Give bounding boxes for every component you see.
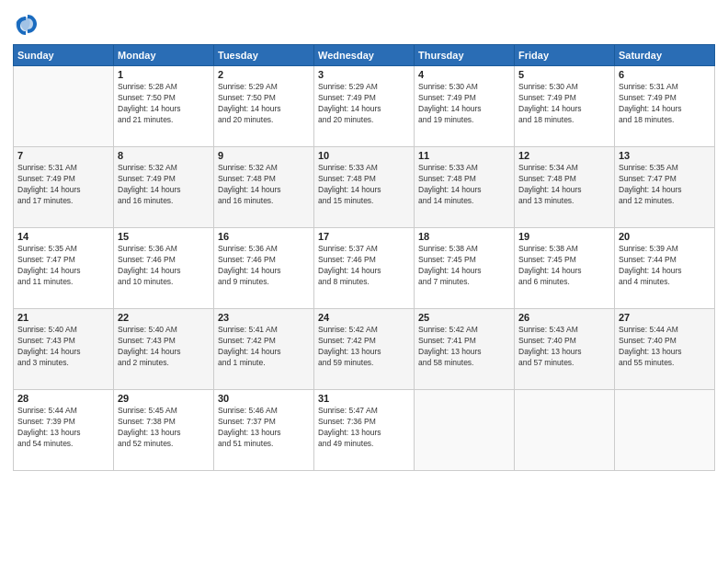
day-number: 18 — [418, 231, 510, 242]
day-number: 30 — [218, 393, 310, 404]
day-number: 12 — [518, 150, 610, 161]
day-info: Sunrise: 5:42 AMSunset: 7:42 PMDaylight:… — [318, 325, 410, 369]
day-number: 2 — [218, 69, 310, 80]
day-info: Sunrise: 5:32 AMSunset: 7:49 PMDaylight:… — [118, 163, 210, 207]
calendar-cell: 2Sunrise: 5:29 AMSunset: 7:50 PMDaylight… — [214, 66, 314, 147]
calendar-cell: 7Sunrise: 5:31 AMSunset: 7:49 PMDaylight… — [14, 147, 114, 228]
day-info: Sunrise: 5:36 AMSunset: 7:46 PMDaylight:… — [218, 244, 310, 288]
calendar-cell: 16Sunrise: 5:36 AMSunset: 7:46 PMDayligh… — [214, 228, 314, 309]
calendar-cell: 22Sunrise: 5:40 AMSunset: 7:43 PMDayligh… — [114, 309, 214, 390]
calendar-cell: 13Sunrise: 5:35 AMSunset: 7:47 PMDayligh… — [615, 147, 715, 228]
day-info: Sunrise: 5:31 AMSunset: 7:49 PMDaylight:… — [17, 163, 109, 207]
day-info: Sunrise: 5:30 AMSunset: 7:49 PMDaylight:… — [518, 82, 610, 126]
day-info: Sunrise: 5:37 AMSunset: 7:46 PMDaylight:… — [318, 244, 410, 288]
day-info: Sunrise: 5:29 AMSunset: 7:49 PMDaylight:… — [318, 82, 410, 126]
day-number: 31 — [318, 393, 410, 404]
calendar-cell — [615, 390, 715, 471]
calendar-cell: 5Sunrise: 5:30 AMSunset: 7:49 PMDaylight… — [515, 66, 615, 147]
day-info: Sunrise: 5:28 AMSunset: 7:50 PMDaylight:… — [118, 82, 210, 126]
logo-icon — [13, 11, 39, 37]
col-header-wednesday: Wednesday — [314, 45, 415, 66]
calendar-row: 28Sunrise: 5:44 AMSunset: 7:39 PMDayligh… — [14, 390, 715, 471]
col-header-thursday: Thursday — [415, 45, 515, 66]
calendar-cell: 27Sunrise: 5:44 AMSunset: 7:40 PMDayligh… — [615, 309, 715, 390]
header — [13, 11, 715, 37]
day-info: Sunrise: 5:45 AMSunset: 7:38 PMDaylight:… — [118, 406, 210, 450]
day-number: 19 — [518, 231, 610, 242]
day-info: Sunrise: 5:40 AMSunset: 7:43 PMDaylight:… — [17, 325, 109, 369]
calendar-cell: 17Sunrise: 5:37 AMSunset: 7:46 PMDayligh… — [314, 228, 415, 309]
calendar-cell: 10Sunrise: 5:33 AMSunset: 7:48 PMDayligh… — [314, 147, 415, 228]
day-number: 22 — [118, 312, 210, 323]
calendar-cell: 1Sunrise: 5:28 AMSunset: 7:50 PMDaylight… — [114, 66, 214, 147]
day-number: 16 — [218, 231, 310, 242]
day-info: Sunrise: 5:33 AMSunset: 7:48 PMDaylight:… — [418, 163, 510, 207]
calendar-cell — [14, 66, 114, 147]
day-info: Sunrise: 5:43 AMSunset: 7:40 PMDaylight:… — [518, 325, 610, 369]
col-header-tuesday: Tuesday — [214, 45, 314, 66]
calendar-row: 1Sunrise: 5:28 AMSunset: 7:50 PMDaylight… — [14, 66, 715, 147]
calendar-cell — [515, 390, 615, 471]
day-number: 26 — [518, 312, 610, 323]
day-number: 4 — [418, 69, 510, 80]
day-number: 11 — [418, 150, 510, 161]
calendar-cell: 15Sunrise: 5:36 AMSunset: 7:46 PMDayligh… — [114, 228, 214, 309]
calendar-cell: 8Sunrise: 5:32 AMSunset: 7:49 PMDaylight… — [114, 147, 214, 228]
day-number: 24 — [318, 312, 410, 323]
day-number: 10 — [318, 150, 410, 161]
calendar-cell: 4Sunrise: 5:30 AMSunset: 7:49 PMDaylight… — [415, 66, 515, 147]
day-info: Sunrise: 5:39 AMSunset: 7:44 PMDaylight:… — [619, 244, 711, 288]
day-info: Sunrise: 5:44 AMSunset: 7:40 PMDaylight:… — [619, 325, 711, 369]
day-info: Sunrise: 5:46 AMSunset: 7:37 PMDaylight:… — [218, 406, 310, 450]
day-number: 1 — [118, 69, 210, 80]
day-number: 14 — [17, 231, 109, 242]
calendar-cell: 26Sunrise: 5:43 AMSunset: 7:40 PMDayligh… — [515, 309, 615, 390]
day-number: 21 — [17, 312, 109, 323]
day-info: Sunrise: 5:38 AMSunset: 7:45 PMDaylight:… — [418, 244, 510, 288]
col-header-friday: Friday — [515, 45, 615, 66]
day-number: 15 — [118, 231, 210, 242]
day-info: Sunrise: 5:47 AMSunset: 7:36 PMDaylight:… — [318, 406, 410, 450]
day-number: 6 — [619, 69, 711, 80]
day-info: Sunrise: 5:35 AMSunset: 7:47 PMDaylight:… — [17, 244, 109, 288]
calendar-cell: 23Sunrise: 5:41 AMSunset: 7:42 PMDayligh… — [214, 309, 314, 390]
calendar-cell: 12Sunrise: 5:34 AMSunset: 7:48 PMDayligh… — [515, 147, 615, 228]
day-number: 9 — [218, 150, 310, 161]
calendar-cell: 28Sunrise: 5:44 AMSunset: 7:39 PMDayligh… — [14, 390, 114, 471]
calendar-cell: 11Sunrise: 5:33 AMSunset: 7:48 PMDayligh… — [415, 147, 515, 228]
day-number: 20 — [619, 231, 711, 242]
day-number: 29 — [118, 393, 210, 404]
day-info: Sunrise: 5:41 AMSunset: 7:42 PMDaylight:… — [218, 325, 310, 369]
day-info: Sunrise: 5:29 AMSunset: 7:50 PMDaylight:… — [218, 82, 310, 126]
calendar-cell: 31Sunrise: 5:47 AMSunset: 7:36 PMDayligh… — [314, 390, 415, 471]
calendar-cell — [415, 390, 515, 471]
calendar-cell: 6Sunrise: 5:31 AMSunset: 7:49 PMDaylight… — [615, 66, 715, 147]
calendar-row: 14Sunrise: 5:35 AMSunset: 7:47 PMDayligh… — [14, 228, 715, 309]
calendar-cell: 30Sunrise: 5:46 AMSunset: 7:37 PMDayligh… — [214, 390, 314, 471]
day-info: Sunrise: 5:34 AMSunset: 7:48 PMDaylight:… — [518, 163, 610, 207]
day-info: Sunrise: 5:38 AMSunset: 7:45 PMDaylight:… — [518, 244, 610, 288]
calendar-cell: 25Sunrise: 5:42 AMSunset: 7:41 PMDayligh… — [415, 309, 515, 390]
calendar-cell: 18Sunrise: 5:38 AMSunset: 7:45 PMDayligh… — [415, 228, 515, 309]
logo — [13, 11, 42, 37]
page-container: SundayMondayTuesdayWednesdayThursdayFrid… — [0, 0, 728, 563]
day-info: Sunrise: 5:32 AMSunset: 7:48 PMDaylight:… — [218, 163, 310, 207]
day-number: 5 — [518, 69, 610, 80]
day-info: Sunrise: 5:35 AMSunset: 7:47 PMDaylight:… — [619, 163, 711, 207]
day-number: 27 — [619, 312, 711, 323]
calendar-cell: 9Sunrise: 5:32 AMSunset: 7:48 PMDaylight… — [214, 147, 314, 228]
day-number: 8 — [118, 150, 210, 161]
calendar-cell: 24Sunrise: 5:42 AMSunset: 7:42 PMDayligh… — [314, 309, 415, 390]
calendar-cell: 21Sunrise: 5:40 AMSunset: 7:43 PMDayligh… — [14, 309, 114, 390]
calendar-row: 21Sunrise: 5:40 AMSunset: 7:43 PMDayligh… — [14, 309, 715, 390]
header-row: SundayMondayTuesdayWednesdayThursdayFrid… — [14, 45, 715, 66]
calendar-row: 7Sunrise: 5:31 AMSunset: 7:49 PMDaylight… — [14, 147, 715, 228]
day-number: 3 — [318, 69, 410, 80]
day-info: Sunrise: 5:33 AMSunset: 7:48 PMDaylight:… — [318, 163, 410, 207]
calendar-cell: 29Sunrise: 5:45 AMSunset: 7:38 PMDayligh… — [114, 390, 214, 471]
day-number: 17 — [318, 231, 410, 242]
day-info: Sunrise: 5:36 AMSunset: 7:46 PMDaylight:… — [118, 244, 210, 288]
calendar-cell: 3Sunrise: 5:29 AMSunset: 7:49 PMDaylight… — [314, 66, 415, 147]
day-number: 28 — [17, 393, 109, 404]
day-info: Sunrise: 5:42 AMSunset: 7:41 PMDaylight:… — [418, 325, 510, 369]
